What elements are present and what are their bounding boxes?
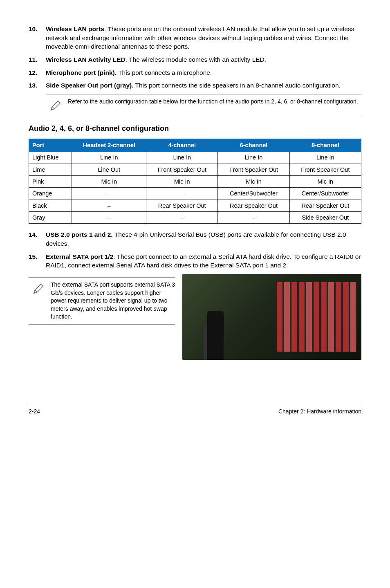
table-row: Pink Mic In Mic In Mic In Mic In [29,176,361,188]
cell: Center/Subwoofer [289,188,361,200]
list-item: 12. Microphone port (pink). This port co… [29,68,361,77]
item-title: External SATA port 1/2 [46,253,113,260]
cell: – [72,211,146,223]
item-text: This port connects a microphone. [117,69,212,76]
cell: Line In [289,152,361,164]
list-item: 11. Wireless LAN Activity LED. The wirel… [29,55,361,64]
table-row: Orange – – Center/Subwoofer Center/Subwo… [29,188,361,200]
table-row: Gray – – – Side Speaker Out [29,211,361,223]
item-title: USB 2.0 ports 1 and 2. [46,231,113,238]
item-text: This port connects the side speakers in … [133,82,340,89]
cell: Front Speaker Out [218,164,289,175]
item-body: Wireless LAN Activity LED. The wireless … [46,55,361,64]
note-block: Refer to the audio configuration table b… [46,94,361,116]
cell: – [146,211,218,223]
note-text: Refer to the audio configuration table b… [65,98,361,106]
cell: Mic In [146,176,218,188]
cell: – [146,188,218,200]
list-item: 14. USB 2.0 ports 1 and 2. These 4-pin U… [29,230,361,248]
item-number: 13. [29,81,46,90]
item-number: 10. [29,25,46,51]
item-body: USB 2.0 ports 1 and 2. These 4-pin Unive… [46,230,361,248]
cell: Line In [72,152,146,164]
cell: – [72,188,146,200]
numbered-list-bottom: 14. USB 2.0 ports 1 and 2. These 4-pin U… [29,230,361,270]
note-and-photo-row: The external SATA port supports external… [29,274,361,360]
cell: – [72,200,146,211]
cell: Black [29,200,72,211]
item-title: Wireless LAN ports [46,25,104,32]
numbered-list-top: 10. Wireless LAN ports. These ports are … [29,25,361,90]
cell: – [218,211,289,223]
list-item: 10. Wireless LAN ports. These ports are … [29,25,361,51]
item-body: Microphone port (pink). This port connec… [46,68,361,77]
cell: Line In [146,152,218,164]
cell: Pink [29,176,72,188]
item-body: Wireless LAN ports. These ports are on t… [46,25,361,51]
note-column: The external SATA port supports external… [29,274,175,360]
pencil-icon [46,98,65,112]
item-body: Side Speaker Out port (gray). This port … [46,81,361,90]
table-row: Black – Rear Speaker Out Rear Speaker Ou… [29,200,361,211]
pencil-icon [29,281,48,296]
cell: Rear Speaker Out [289,200,361,211]
cell: Lime [29,164,72,175]
col-6ch: 6-channel [218,139,289,152]
col-2ch-label: Headset 2-channel [83,142,135,148]
cell: Mic In [289,176,361,188]
list-item: 13. Side Speaker Out port (gray). This p… [29,81,361,90]
item-number: 12. [29,68,46,77]
page-footer: 2-24 Chapter 2: Hardware information [29,405,361,416]
item-number: 15. [29,252,46,270]
col-2ch: Headset 2-channel [72,139,146,152]
cell: Front Speaker Out [146,164,218,175]
audio-config-table: Port Headset 2-channel 4-channel 6-chann… [29,139,361,224]
cell: Mic In [218,176,289,188]
cell: Side Speaker Out [289,211,361,223]
table-row: Light Blue Line In Line In Line In Line … [29,152,361,164]
table-header-row: Port Headset 2-channel 4-channel 6-chann… [29,139,361,152]
cell: Mic In [72,176,146,188]
cell: Front Speaker Out [289,164,361,175]
item-text: . The wireless module comes with an acti… [126,56,266,63]
item-title: Microphone port (pink). [46,69,117,76]
col-port: Port [29,139,72,152]
item-number: 11. [29,55,46,64]
cell: Gray [29,211,72,223]
cell: Line Out [72,164,146,175]
col-8ch: 8-channel [289,139,361,152]
cell: Light Blue [29,152,72,164]
cell: Rear Speaker Out [146,200,218,211]
cell: Orange [29,188,72,200]
chapter-label: Chapter 2: Hardware information [278,408,361,416]
note-text: The external SATA port supports external… [48,281,175,321]
page-number: 2-24 [29,408,40,416]
item-body: External SATA port 1/2. These port conne… [46,252,361,270]
table-row: Lime Line Out Front Speaker Out Front Sp… [29,164,361,175]
motherboard-photo [182,274,361,360]
item-title: Wireless LAN Activity LED [46,56,126,63]
table-body: Light Blue Line In Line In Line In Line … [29,152,361,224]
col-4ch: 4-channel [146,139,218,152]
section-heading: Audio 2, 4, 6, or 8-channel configuratio… [29,123,361,134]
cell: Line In [218,152,289,164]
list-item: 15. External SATA port 1/2. These port c… [29,252,361,270]
item-title: Side Speaker Out port (gray). [46,82,133,89]
note-block: The external SATA port supports external… [29,277,175,325]
item-number: 14. [29,230,46,248]
cell: Center/Subwoofer [218,188,289,200]
cell: Rear Speaker Out [218,200,289,211]
